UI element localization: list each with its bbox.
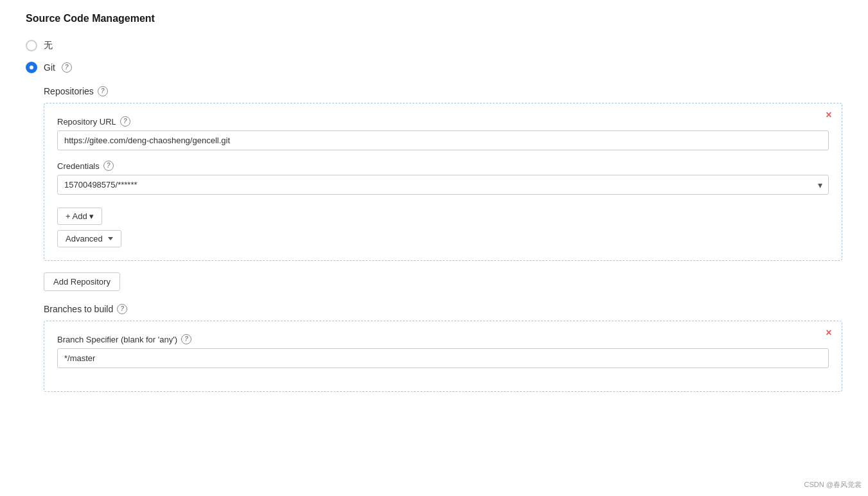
add-repository-button[interactable]: Add Repository <box>44 272 120 291</box>
repositories-label: Repositories ? <box>44 86 842 96</box>
branch-specifier-input[interactable] <box>57 348 829 368</box>
scm-radio-group: 无 Git ? <box>26 40 842 73</box>
credentials-select-wrapper: 15700498575/****** - none - ▾ <box>57 175 829 195</box>
git-help-icon[interactable]: ? <box>62 62 72 73</box>
advanced-button[interactable]: Advanced <box>57 230 121 247</box>
branch-specifier-label-text: Branch Specifier (blank for 'any') <box>57 335 177 344</box>
repositories-label-text: Repositories <box>44 86 94 96</box>
close-branch-button[interactable]: × <box>822 326 835 339</box>
credentials-help-icon[interactable]: ? <box>103 161 114 171</box>
radio-none-label: 无 <box>44 40 53 51</box>
repo-url-input[interactable] <box>57 130 829 150</box>
repository-box: × Repository URL ? Credentials ? 1570049… <box>44 103 842 261</box>
watermark: CSDN @春风觉裳 <box>804 480 862 490</box>
branch-specifier-help-icon[interactable]: ? <box>181 334 191 344</box>
add-button-label: + Add ▾ <box>66 211 94 221</box>
branches-label: Branches to build ? <box>44 304 842 314</box>
radio-item-git[interactable]: Git ? <box>26 62 842 73</box>
repositories-help-icon[interactable]: ? <box>98 86 108 96</box>
advanced-chevron-icon <box>108 237 113 240</box>
advanced-btn-wrapper: Advanced <box>57 225 829 247</box>
branches-help-icon[interactable]: ? <box>117 304 127 314</box>
radio-git[interactable] <box>26 62 37 73</box>
credentials-group: Credentials ? 15700498575/****** - none … <box>57 161 829 195</box>
credentials-label-text: Credentials <box>57 161 100 171</box>
add-btn-wrapper: + Add ▾ <box>57 205 829 225</box>
radio-item-none[interactable]: 无 <box>26 40 842 51</box>
repo-url-help-icon[interactable]: ? <box>120 116 130 127</box>
branch-specifier-label: Branch Specifier (blank for 'any') ? <box>57 334 829 344</box>
branches-label-text: Branches to build <box>44 304 113 314</box>
branches-section: Branches to build ? × Branch Specifier (… <box>44 304 842 392</box>
advanced-button-label: Advanced <box>66 234 103 244</box>
add-repository-label: Add Repository <box>53 277 111 287</box>
section-title: Source Code Management <box>26 13 842 24</box>
credentials-label: Credentials ? <box>57 161 829 171</box>
credentials-select[interactable]: 15700498575/****** - none - <box>57 175 829 195</box>
add-button[interactable]: + Add ▾ <box>57 208 102 225</box>
close-repo-button[interactable]: × <box>822 109 835 121</box>
repositories-section: Repositories ? × Repository URL ? Creden… <box>44 86 842 291</box>
branch-specifier-group: Branch Specifier (blank for 'any') ? <box>57 334 829 368</box>
radio-none[interactable] <box>26 40 37 51</box>
repo-url-label-text: Repository URL <box>57 117 116 127</box>
radio-git-label: Git <box>44 62 55 73</box>
branches-box: × Branch Specifier (blank for 'any') ? <box>44 321 842 392</box>
repo-url-label: Repository URL ? <box>57 116 829 127</box>
repo-url-group: Repository URL ? <box>57 116 829 150</box>
